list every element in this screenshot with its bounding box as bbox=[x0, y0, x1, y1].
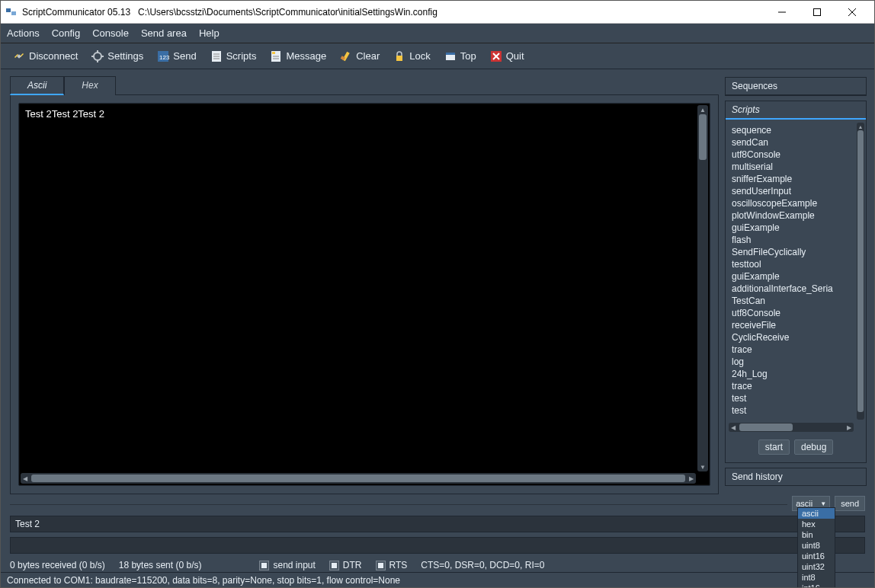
list-item[interactable]: log bbox=[729, 356, 863, 368]
list-item[interactable]: SendFileCyclically bbox=[729, 246, 863, 258]
lock-label: Lock bbox=[409, 50, 430, 62]
minimize-button[interactable] bbox=[764, 1, 800, 24]
send-secondary-input[interactable] bbox=[10, 537, 865, 554]
scroll-right-icon[interactable]: ▶ bbox=[845, 423, 854, 432]
bytes-sent: 18 bytes sent (0 b/s) bbox=[119, 560, 202, 570]
list-item[interactable]: snifferExample bbox=[729, 173, 863, 185]
scripts-hscrollbar[interactable]: ◀ ▶ bbox=[729, 423, 854, 432]
scripts-panel: Scripts sequencesendCanutf8Consolemultis… bbox=[725, 101, 867, 463]
scroll-thumb[interactable] bbox=[739, 423, 793, 431]
list-item[interactable]: sendCan bbox=[729, 136, 863, 149]
send-label: Send bbox=[173, 50, 196, 62]
scroll-thumb[interactable] bbox=[31, 475, 685, 482]
send-input[interactable] bbox=[10, 516, 865, 532]
scripts-vscrollbar[interactable]: ▲ bbox=[857, 123, 864, 420]
clear-label: Clear bbox=[356, 50, 380, 62]
maximize-button[interactable] bbox=[800, 1, 835, 24]
quit-icon bbox=[490, 50, 502, 62]
list-item[interactable]: guiExample bbox=[729, 222, 863, 234]
dropdown-option[interactable]: int8 bbox=[798, 572, 835, 583]
list-item[interactable]: test bbox=[729, 404, 863, 417]
menu-send-area[interactable]: Send area bbox=[141, 27, 187, 39]
settings-label: Settings bbox=[107, 50, 143, 62]
tab-hex[interactable]: Hex bbox=[64, 76, 115, 95]
console-vscrollbar[interactable]: ▲ ▼ bbox=[697, 105, 708, 471]
list-item[interactable]: utf8Console bbox=[729, 149, 863, 161]
menu-help[interactable]: Help bbox=[199, 27, 220, 39]
console-output[interactable]: Test 2Test 2Test 2 bbox=[19, 104, 710, 485]
gear-icon bbox=[91, 50, 104, 62]
settings-button[interactable]: Settings bbox=[87, 48, 148, 65]
menu-actions[interactable]: Actions bbox=[7, 27, 40, 39]
scroll-thumb[interactable] bbox=[857, 130, 864, 412]
list-item[interactable]: sequence bbox=[729, 124, 863, 136]
titlebar: ScriptCommunicator 05.13 C:\Users\bcsstz… bbox=[1, 1, 874, 24]
dropdown-option[interactable]: bin bbox=[798, 529, 835, 540]
console-hscrollbar[interactable]: ◀ ▶ bbox=[21, 473, 696, 484]
send-history-header: Send history bbox=[726, 468, 866, 485]
dropdown-option[interactable]: int16 bbox=[798, 583, 835, 587]
svg-rect-25 bbox=[396, 56, 402, 61]
menu-console[interactable]: Console bbox=[92, 27, 129, 39]
scroll-left-icon[interactable]: ◀ bbox=[21, 473, 30, 484]
list-item[interactable]: utf8Console bbox=[729, 307, 863, 319]
scripts-button[interactable]: Scripts bbox=[206, 48, 261, 65]
sequences-header[interactable]: Sequences bbox=[726, 78, 866, 95]
menu-config[interactable]: Config bbox=[52, 27, 81, 39]
send-format-dropdown[interactable]: asciihexbinuint8uint16uint32int8int16int… bbox=[797, 507, 835, 587]
list-item[interactable]: trace bbox=[729, 380, 863, 392]
disconnect-button[interactable]: Disconnect bbox=[8, 48, 82, 65]
list-item[interactable]: oscilloscopeExample bbox=[729, 197, 863, 209]
list-item[interactable]: plotWindowExample bbox=[729, 209, 863, 222]
clear-button[interactable]: Clear bbox=[335, 48, 384, 65]
list-item[interactable]: 24h_Log bbox=[729, 368, 863, 380]
chevron-down-icon: ▼ bbox=[820, 500, 826, 507]
right-pane: Sequences Scripts sequencesendCanutf8Con… bbox=[725, 69, 874, 494]
clear-icon bbox=[340, 50, 352, 62]
list-item[interactable]: receiveFile bbox=[729, 319, 863, 331]
quit-button[interactable]: Quit bbox=[486, 48, 529, 65]
send-submit-button[interactable]: send bbox=[835, 496, 865, 511]
list-item[interactable]: sendUserInput bbox=[729, 185, 863, 197]
list-item[interactable]: flash bbox=[729, 234, 863, 246]
connection-status: Connected to COM1: baudrate=115200, data… bbox=[7, 575, 400, 586]
list-item[interactable]: TestCan bbox=[729, 295, 863, 307]
dropdown-option[interactable]: uint32 bbox=[798, 561, 835, 572]
tab-ascii[interactable]: Ascii bbox=[10, 76, 64, 95]
dtr-checkbox[interactable]: DTR bbox=[329, 560, 362, 570]
send-button[interactable]: 123 Send bbox=[152, 48, 200, 65]
svg-rect-3 bbox=[814, 8, 821, 15]
scripts-list[interactable]: sequencesendCanutf8Consolemultiserialsni… bbox=[726, 120, 866, 433]
scroll-right-icon[interactable]: ▶ bbox=[687, 473, 696, 484]
send-input-checkbox[interactable]: send input bbox=[259, 560, 315, 570]
list-item[interactable]: additionalInterface_Seria bbox=[729, 283, 863, 295]
top-button[interactable]: Top bbox=[440, 48, 481, 65]
list-item[interactable]: CyclicReceive bbox=[729, 331, 863, 344]
dropdown-option[interactable]: uint8 bbox=[798, 540, 835, 551]
debug-button[interactable]: debug bbox=[794, 439, 833, 455]
list-item[interactable]: guiExample bbox=[729, 270, 863, 283]
start-button[interactable]: start bbox=[758, 439, 790, 455]
scroll-up-icon[interactable]: ▲ bbox=[697, 105, 708, 114]
send-separator bbox=[10, 504, 787, 505]
rts-checkbox[interactable]: RTS bbox=[376, 560, 408, 570]
list-item[interactable]: multiserial bbox=[729, 161, 863, 173]
list-item[interactable]: trace bbox=[729, 344, 863, 356]
list-item[interactable]: testtool bbox=[729, 258, 863, 270]
send-history-panel[interactable]: Send history bbox=[725, 468, 867, 486]
message-button[interactable]: Message bbox=[265, 48, 331, 65]
scroll-thumb[interactable] bbox=[699, 114, 707, 160]
dropdown-option[interactable]: uint16 bbox=[798, 551, 835, 561]
dropdown-option[interactable]: ascii bbox=[798, 508, 835, 519]
scroll-down-icon[interactable]: ▼ bbox=[697, 462, 708, 471]
dropdown-option[interactable]: hex bbox=[798, 519, 835, 529]
lock-button[interactable]: Lock bbox=[389, 48, 434, 65]
checkbox-icon bbox=[376, 561, 386, 570]
scroll-up-icon[interactable]: ▲ bbox=[857, 123, 864, 130]
scripts-header[interactable]: Scripts bbox=[726, 101, 866, 120]
close-button[interactable] bbox=[835, 1, 870, 24]
list-item[interactable]: test bbox=[729, 392, 863, 404]
scroll-left-icon[interactable]: ◀ bbox=[729, 423, 738, 432]
checkbox-icon bbox=[259, 561, 269, 570]
svg-text:123: 123 bbox=[159, 54, 169, 61]
